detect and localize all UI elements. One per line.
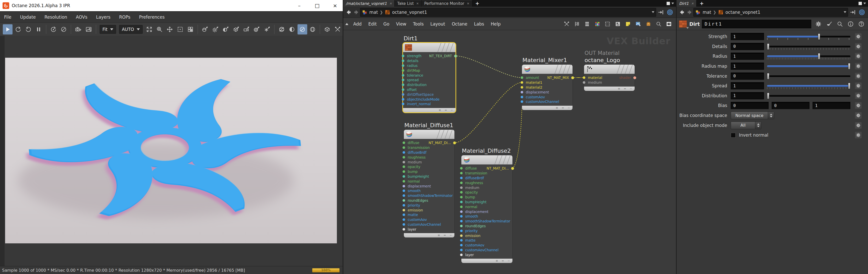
close-icon[interactable]: ✕ [691, 2, 694, 5]
node-param-roundEdges[interactable]: roundEdges [461, 224, 513, 229]
node-param-roundEdges[interactable]: roundEdges [404, 198, 455, 203]
maximize-button[interactable]: □ [314, 3, 320, 9]
node-param-displacement[interactable]: displacement [522, 90, 572, 95]
node-param-diffuseBrdf[interactable]: diffuseBrdf [461, 176, 513, 180]
menu-layers[interactable]: Layers [96, 14, 111, 20]
node-param-dirtMap[interactable]: dirtMap [403, 68, 456, 73]
tree-view-icon[interactable] [572, 20, 582, 29]
input-connector[interactable] [403, 146, 405, 149]
input-connector[interactable] [460, 167, 463, 170]
node-param-customAovChannel[interactable]: customAovChannel [404, 222, 455, 227]
node-param-layer[interactable]: layer [461, 252, 513, 257]
tools-icon[interactable] [562, 20, 571, 29]
new-tab-button[interactable]: + [472, 0, 483, 7]
render-viewport[interactable] [0, 36, 343, 266]
node-header[interactable] [403, 43, 456, 52]
input-connector[interactable] [460, 206, 463, 208]
render-mode-subsample-button[interactable] [298, 24, 307, 34]
visibility-icon[interactable] [664, 20, 674, 29]
input-connector[interactable] [460, 253, 463, 256]
slider-handle[interactable] [818, 53, 820, 60]
path-dropdown-arrow[interactable] [652, 11, 654, 13]
node-name-field[interactable]: Dirt1 [702, 20, 811, 28]
input-connector[interactable] [403, 199, 405, 202]
param-checkbox[interactable] [731, 133, 736, 138]
param-value-field[interactable]: 1 [731, 53, 764, 60]
node-resize-bar[interactable]: ≡=− [404, 233, 455, 238]
forward-button[interactable] [353, 9, 360, 15]
param-menu-gear-icon[interactable] [855, 132, 862, 138]
node-param-smooth[interactable]: smooth [404, 189, 455, 193]
focus-picker-button[interactable] [252, 24, 261, 34]
input-connector[interactable] [460, 230, 463, 232]
param-menu-gear-icon[interactable] [855, 43, 862, 50]
input-connector[interactable] [402, 64, 404, 67]
node-param-tolerance[interactable]: tolerance [403, 73, 456, 78]
forward-button[interactable] [686, 9, 693, 15]
gear-icon[interactable] [814, 20, 823, 29]
dirt-node-icon[interactable] [679, 20, 687, 28]
node-param-customAov[interactable]: customAov [461, 243, 513, 248]
input-connector[interactable] [403, 204, 405, 207]
param-dropdown[interactable]: All [731, 122, 762, 129]
param-dropdown[interactable]: Normal space [731, 112, 774, 119]
node-param-medium[interactable]: medium [404, 160, 455, 165]
input-connector[interactable] [460, 210, 463, 213]
input-connector[interactable] [460, 201, 463, 203]
node-param-matte[interactable]: matte [404, 212, 455, 217]
white-balance-picker-button[interactable] [262, 24, 272, 34]
menu-aovs[interactable]: AOVs [76, 14, 87, 20]
node-param-bumpHeight[interactable]: bumpHeight [461, 200, 513, 205]
node-param-invert_normal[interactable]: invert_normal [403, 102, 456, 106]
info-icon[interactable] [846, 20, 855, 29]
param-slider[interactable] [767, 72, 850, 80]
node-resize-bar[interactable]: ≡=− [403, 108, 456, 112]
node-param-roughness[interactable]: roughness [404, 155, 455, 160]
param-menu-gear-icon[interactable] [855, 102, 862, 109]
node-param-normal[interactable]: normal [404, 179, 455, 183]
param-menu-gear-icon[interactable] [855, 122, 862, 129]
output-connector[interactable] [633, 76, 636, 79]
input-connector[interactable] [402, 83, 404, 86]
add-camera-button[interactable] [73, 24, 83, 34]
input-connector[interactable] [402, 74, 404, 77]
fit-dropdown[interactable]: Fit [100, 25, 116, 34]
node-wire[interactable] [456, 56, 522, 78]
node-param-smoothShadowTerminator[interactable]: smoothShadowTerminator [461, 219, 513, 224]
node-header[interactable] [584, 65, 634, 74]
param-value-field-2[interactable]: 1 [812, 102, 850, 109]
camera-picker-button[interactable] [242, 24, 251, 34]
node-param-material1[interactable]: material1 [522, 80, 572, 85]
input-connector[interactable] [460, 177, 463, 179]
pin-icon[interactable] [656, 8, 665, 17]
node-param-objectIncludeMode[interactable]: objectIncludeMode [403, 97, 456, 102]
input-connector[interactable] [521, 76, 523, 79]
node-param-emission[interactable]: emission [461, 233, 513, 238]
node-resize-bar[interactable]: ≡=− [461, 259, 513, 263]
close-button[interactable]: × [332, 3, 338, 9]
pan-view-button[interactable] [165, 24, 175, 34]
input-connector[interactable] [403, 180, 405, 182]
node-param-roughness[interactable]: roughness [461, 180, 513, 185]
node-header[interactable] [461, 155, 513, 165]
breadcrumb-node[interactable]: octane_vopnet1 [392, 10, 427, 15]
menu-rops[interactable]: ROPs [119, 14, 130, 20]
output-connector[interactable] [511, 167, 514, 170]
menu-labs[interactable]: Labs [474, 22, 484, 27]
close-icon[interactable]: ✕ [389, 2, 392, 5]
node-flag-divider[interactable] [558, 65, 562, 74]
menu-file[interactable]: File [4, 14, 11, 20]
object-mode-button[interactable] [322, 24, 332, 34]
input-connector[interactable] [402, 98, 404, 101]
pause-render-button[interactable] [34, 24, 43, 34]
node-param-offset[interactable]: offset [403, 87, 456, 92]
maximize-pane-icon[interactable] [666, 2, 670, 5]
film-region-button[interactable] [186, 24, 195, 34]
node-param-layer[interactable]: layer [404, 227, 455, 232]
minimize-button[interactable]: – [296, 3, 302, 9]
pin-icon[interactable] [848, 8, 857, 17]
output-connector[interactable] [571, 76, 574, 79]
back-button[interactable] [345, 9, 352, 15]
node-param-bump[interactable]: bump [461, 195, 513, 200]
input-connector[interactable] [403, 228, 405, 231]
